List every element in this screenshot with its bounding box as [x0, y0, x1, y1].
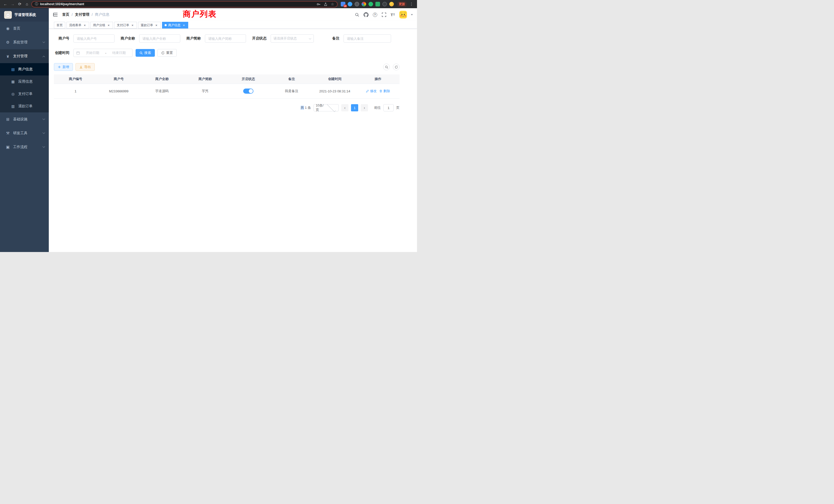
chevron-down-icon	[43, 40, 45, 43]
filter-create-time: 创建时间 开始日期 - 结束日期	[54, 49, 132, 57]
delete-link[interactable]: 删除	[379, 89, 390, 93]
sidebar-item-payment[interactable]: ¥ 支付管理	[0, 49, 49, 63]
tab-user-group[interactable]: 用户分组×	[90, 22, 113, 28]
tab-pay-order[interactable]: 支付订单×	[114, 22, 137, 28]
tab-refund-order[interactable]: 退款订单×	[138, 22, 161, 28]
browser-menu-icon[interactable]: ⋮	[409, 2, 414, 6]
sidebar-item-refund-order[interactable]: ▥ 退款订单	[0, 100, 49, 112]
extension-icon-5[interactable]	[369, 2, 373, 6]
remark-input[interactable]	[344, 35, 391, 43]
help-icon[interactable]: ?	[372, 12, 377, 17]
show-search-toggle-icon[interactable]	[383, 64, 390, 70]
close-icon[interactable]: ×	[182, 23, 185, 27]
browser-home-icon[interactable]: ⌂	[24, 1, 30, 7]
extension-icon-8[interactable]	[389, 2, 394, 6]
short-name-label: 商户简称	[186, 36, 201, 41]
filter-remark: 备注	[332, 35, 391, 43]
create-time-range-picker[interactable]: 开始日期 - 结束日期	[73, 49, 132, 57]
prev-page-button[interactable]: ‹	[341, 104, 348, 111]
url-bar[interactable]: ⓘ localhost:1024/pay/merchant ☆	[31, 1, 338, 7]
fullscreen-icon[interactable]	[381, 12, 387, 17]
download-icon	[79, 65, 83, 69]
pagination: 共 1 条 10条/页 ‹ 1 › 前往 页	[54, 104, 399, 111]
edit-pencil-icon	[366, 90, 369, 93]
refresh-table-icon[interactable]	[393, 64, 399, 70]
avatar-dropdown-caret-icon[interactable]	[411, 14, 413, 16]
filter-status: 开启状态 请选择开启状态	[252, 35, 314, 43]
sidebar-item-infrastructure[interactable]: ⊞ 基础设施	[0, 112, 49, 126]
table-tools	[383, 64, 399, 70]
create-time-label: 创建时间	[54, 50, 69, 55]
app-grid-icon: ▦	[11, 79, 15, 84]
close-icon[interactable]: ×	[83, 23, 87, 27]
sidebar-item-workflow[interactable]: ▣ 工作流程	[0, 140, 49, 154]
breadcrumb-home[interactable]: 首页	[62, 12, 69, 17]
breadcrumb-separator: /	[92, 13, 93, 17]
full-name-input[interactable]	[139, 35, 180, 43]
browser-update-button[interactable]: 更新	[397, 1, 407, 7]
close-icon[interactable]: ×	[155, 23, 158, 27]
share-icon[interactable]	[324, 2, 327, 6]
sidebar-collapse-icon[interactable]	[53, 12, 58, 17]
status-select[interactable]: 请选择开启状态	[271, 35, 314, 43]
app-logo[interactable]: 芋道管理系统	[0, 8, 49, 22]
cell-status	[227, 84, 270, 98]
extension-icon-2[interactable]	[348, 2, 352, 6]
browser-reload-icon[interactable]: ⟳	[17, 1, 23, 7]
column-header: 商户全称	[140, 74, 183, 84]
short-name-input[interactable]	[205, 35, 246, 43]
tab-process-form[interactable]: 流程表单×	[66, 22, 89, 28]
table-toolbar: 新增 导出	[54, 63, 399, 71]
yen-icon: ¥	[6, 54, 10, 59]
sidebar-item-pay-order[interactable]: ◎ 支付订单	[0, 88, 49, 100]
browser-back-icon[interactable]: ←	[3, 1, 8, 7]
cell-short-name: 芋艿	[183, 84, 227, 98]
extension-icon-1[interactable]: 10	[341, 2, 345, 6]
close-icon[interactable]: ×	[131, 23, 134, 27]
edit-link[interactable]: 修改	[366, 89, 377, 93]
merchant-card-icon: ▤	[11, 67, 15, 71]
status-toggle[interactable]	[243, 89, 254, 94]
search-button[interactable]: 搜索	[136, 49, 155, 57]
full-name-label: 商户全称	[121, 36, 135, 41]
start-date-placeholder[interactable]: 开始日期	[82, 50, 103, 55]
font-size-icon[interactable]: TT	[390, 12, 395, 17]
extension-icon-6[interactable]	[375, 2, 380, 6]
sidebar-item-app-info[interactable]: ▦ 应用信息	[0, 75, 49, 88]
chevron-up-icon	[43, 56, 45, 58]
extension-icon-7[interactable]	[382, 2, 387, 6]
close-icon[interactable]: ×	[107, 23, 110, 27]
site-info-icon[interactable]: ⓘ	[35, 2, 38, 6]
merchant-no-input[interactable]	[73, 35, 114, 43]
url-text: localhost:1024/pay/merchant	[40, 2, 84, 6]
password-key-icon[interactable]	[316, 2, 321, 6]
header-search-icon[interactable]	[354, 12, 359, 17]
export-button[interactable]: 导出	[75, 63, 95, 71]
dashboard-icon: ◉	[6, 26, 10, 31]
tab-merchant-info[interactable]: 商户信息×	[162, 22, 188, 28]
extension-icon-4[interactable]	[361, 2, 366, 6]
goto-page-input[interactable]	[383, 104, 394, 111]
github-icon[interactable]	[363, 12, 369, 17]
sidebar-item-system[interactable]: ⚙ 系统管理	[0, 36, 49, 49]
table-header-row: 商户编号 商户号 商户全称 商户简称 开启状态 备注 创建时间 操作	[54, 74, 399, 84]
trash-icon	[379, 90, 382, 93]
sidebar-item-home[interactable]: ◉ 首页	[0, 22, 49, 36]
filter-merchant-no: 商户号	[54, 35, 114, 43]
browser-forward-icon[interactable]: →	[10, 1, 16, 7]
breadcrumb-payment[interactable]: 支付管理	[75, 12, 89, 17]
page-number-1[interactable]: 1	[351, 104, 358, 111]
chevron-down-icon	[43, 145, 45, 147]
refund-order-icon: ▥	[11, 104, 15, 108]
sidebar-item-merchant-info[interactable]: ▤ 商户信息	[0, 63, 49, 75]
bookmark-star-icon[interactable]: ☆	[331, 2, 334, 6]
reset-button[interactable]: 重置	[157, 49, 177, 57]
user-avatar[interactable]	[399, 11, 407, 19]
tab-home[interactable]: 首页	[54, 22, 65, 28]
next-page-button[interactable]: ›	[361, 104, 368, 111]
add-button[interactable]: 新增	[54, 63, 73, 71]
extension-icon-3[interactable]	[355, 2, 359, 6]
end-date-placeholder[interactable]: 结束日期	[108, 50, 130, 55]
page-size-select[interactable]: 10条/页	[313, 104, 339, 111]
sidebar-item-dev-tools[interactable]: ⚒ 研发工具	[0, 126, 49, 140]
